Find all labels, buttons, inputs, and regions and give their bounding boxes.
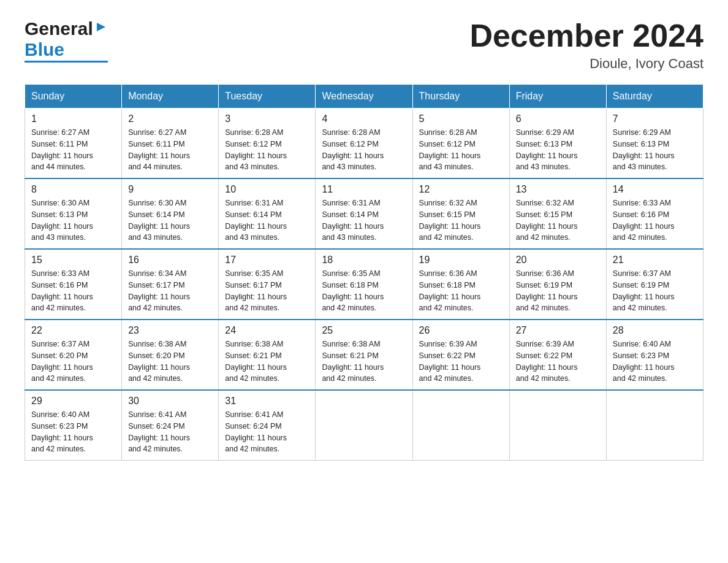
title-block: December 2024 Dioule, Ivory Coast xyxy=(469,18,703,72)
day-info: Sunrise: 6:39 AMSunset: 6:22 PMDaylight:… xyxy=(516,339,600,385)
calendar-cell: 3Sunrise: 6:28 AMSunset: 6:12 PMDaylight… xyxy=(219,109,316,179)
calendar-week-row: 29Sunrise: 6:40 AMSunset: 6:23 PMDayligh… xyxy=(25,390,703,461)
day-info: Sunrise: 6:28 AMSunset: 6:12 PMDaylight:… xyxy=(322,127,406,173)
day-info: Sunrise: 6:30 AMSunset: 6:14 PMDaylight:… xyxy=(128,197,212,243)
col-monday: Monday xyxy=(122,85,219,109)
logo-blue-text: Blue xyxy=(25,39,64,60)
calendar-table: Sunday Monday Tuesday Wednesday Thursday… xyxy=(25,84,703,461)
day-number: 6 xyxy=(516,113,600,124)
calendar-cell: 23Sunrise: 6:38 AMSunset: 6:20 PMDayligh… xyxy=(122,320,219,390)
day-number: 23 xyxy=(128,325,212,336)
day-number: 3 xyxy=(225,113,309,124)
day-number: 12 xyxy=(419,184,503,195)
calendar-cell: 5Sunrise: 6:28 AMSunset: 6:12 PMDaylight… xyxy=(412,109,509,179)
calendar-cell: 10Sunrise: 6:31 AMSunset: 6:14 PMDayligh… xyxy=(219,178,316,249)
day-info: Sunrise: 6:36 AMSunset: 6:18 PMDaylight:… xyxy=(419,268,503,314)
day-number: 1 xyxy=(31,113,115,124)
day-number: 24 xyxy=(225,325,309,336)
calendar-cell: 13Sunrise: 6:32 AMSunset: 6:15 PMDayligh… xyxy=(509,178,606,249)
day-info: Sunrise: 6:29 AMSunset: 6:13 PMDaylight:… xyxy=(613,127,697,173)
day-info: Sunrise: 6:35 AMSunset: 6:18 PMDaylight:… xyxy=(322,268,406,314)
calendar-week-row: 8Sunrise: 6:30 AMSunset: 6:13 PMDaylight… xyxy=(25,178,703,249)
day-info: Sunrise: 6:40 AMSunset: 6:23 PMDaylight:… xyxy=(613,339,697,385)
day-info: Sunrise: 6:37 AMSunset: 6:20 PMDaylight:… xyxy=(31,339,115,385)
calendar-cell xyxy=(509,390,606,461)
calendar-cell: 9Sunrise: 6:30 AMSunset: 6:14 PMDaylight… xyxy=(122,178,219,249)
day-number: 17 xyxy=(225,255,309,266)
day-number: 20 xyxy=(516,255,600,266)
day-info: Sunrise: 6:38 AMSunset: 6:20 PMDaylight:… xyxy=(128,339,212,385)
calendar-cell: 2Sunrise: 6:27 AMSunset: 6:11 PMDaylight… xyxy=(122,109,219,179)
calendar-body: 1Sunrise: 6:27 AMSunset: 6:11 PMDaylight… xyxy=(25,109,703,461)
day-info: Sunrise: 6:30 AMSunset: 6:13 PMDaylight:… xyxy=(31,197,115,243)
day-number: 18 xyxy=(322,255,406,266)
page-header: General Blue December 2024 Dioule, Ivory… xyxy=(25,18,703,72)
day-number: 9 xyxy=(128,184,212,195)
day-info: Sunrise: 6:33 AMSunset: 6:16 PMDaylight:… xyxy=(31,268,115,314)
day-info: Sunrise: 6:34 AMSunset: 6:17 PMDaylight:… xyxy=(128,268,212,314)
day-number: 21 xyxy=(613,255,697,266)
calendar-header: Sunday Monday Tuesday Wednesday Thursday… xyxy=(25,85,703,109)
calendar-week-row: 15Sunrise: 6:33 AMSunset: 6:16 PMDayligh… xyxy=(25,249,703,320)
calendar-cell: 24Sunrise: 6:38 AMSunset: 6:21 PMDayligh… xyxy=(219,320,316,390)
day-info: Sunrise: 6:27 AMSunset: 6:11 PMDaylight:… xyxy=(31,127,115,173)
day-number: 10 xyxy=(225,184,309,195)
calendar-cell: 19Sunrise: 6:36 AMSunset: 6:18 PMDayligh… xyxy=(412,249,509,320)
day-info: Sunrise: 6:31 AMSunset: 6:14 PMDaylight:… xyxy=(322,197,406,243)
day-info: Sunrise: 6:32 AMSunset: 6:15 PMDaylight:… xyxy=(516,197,600,243)
calendar-cell: 1Sunrise: 6:27 AMSunset: 6:11 PMDaylight… xyxy=(25,109,122,179)
calendar-cell: 28Sunrise: 6:40 AMSunset: 6:23 PMDayligh… xyxy=(606,320,703,390)
day-number: 4 xyxy=(322,113,406,124)
calendar-cell: 17Sunrise: 6:35 AMSunset: 6:17 PMDayligh… xyxy=(219,249,316,320)
day-info: Sunrise: 6:29 AMSunset: 6:13 PMDaylight:… xyxy=(516,127,600,173)
day-info: Sunrise: 6:38 AMSunset: 6:21 PMDaylight:… xyxy=(225,339,309,385)
calendar-week-row: 1Sunrise: 6:27 AMSunset: 6:11 PMDaylight… xyxy=(25,109,703,179)
calendar-cell: 29Sunrise: 6:40 AMSunset: 6:23 PMDayligh… xyxy=(25,390,122,461)
logo-underline xyxy=(25,61,108,63)
col-wednesday: Wednesday xyxy=(316,85,412,109)
calendar-cell: 7Sunrise: 6:29 AMSunset: 6:13 PMDaylight… xyxy=(606,109,703,179)
calendar-cell: 27Sunrise: 6:39 AMSunset: 6:22 PMDayligh… xyxy=(509,320,606,390)
day-info: Sunrise: 6:32 AMSunset: 6:15 PMDaylight:… xyxy=(419,197,503,243)
day-number: 2 xyxy=(128,113,212,124)
col-saturday: Saturday xyxy=(606,85,703,109)
calendar-cell: 31Sunrise: 6:41 AMSunset: 6:24 PMDayligh… xyxy=(219,390,316,461)
calendar-cell: 22Sunrise: 6:37 AMSunset: 6:20 PMDayligh… xyxy=(25,320,122,390)
col-friday: Friday xyxy=(509,85,606,109)
day-number: 13 xyxy=(516,184,600,195)
calendar-cell: 14Sunrise: 6:33 AMSunset: 6:16 PMDayligh… xyxy=(606,178,703,249)
logo: General Blue xyxy=(25,18,108,63)
calendar-cell xyxy=(316,390,412,461)
day-info: Sunrise: 6:37 AMSunset: 6:19 PMDaylight:… xyxy=(613,268,697,314)
day-info: Sunrise: 6:41 AMSunset: 6:24 PMDaylight:… xyxy=(225,409,309,455)
col-thursday: Thursday xyxy=(412,85,509,109)
day-number: 14 xyxy=(613,184,697,195)
day-number: 15 xyxy=(31,255,115,266)
logo-general-text: General xyxy=(25,18,93,39)
calendar-cell: 30Sunrise: 6:41 AMSunset: 6:24 PMDayligh… xyxy=(122,390,219,461)
day-number: 31 xyxy=(225,396,309,407)
day-number: 8 xyxy=(31,184,115,195)
day-number: 28 xyxy=(613,325,697,336)
day-info: Sunrise: 6:40 AMSunset: 6:23 PMDaylight:… xyxy=(31,409,115,455)
day-info: Sunrise: 6:41 AMSunset: 6:24 PMDaylight:… xyxy=(128,409,212,455)
calendar-cell xyxy=(412,390,509,461)
day-number: 5 xyxy=(419,113,503,124)
calendar-title: December 2024 xyxy=(469,18,703,53)
calendar-cell: 12Sunrise: 6:32 AMSunset: 6:15 PMDayligh… xyxy=(412,178,509,249)
calendar-cell: 18Sunrise: 6:35 AMSunset: 6:18 PMDayligh… xyxy=(316,249,412,320)
calendar-week-row: 22Sunrise: 6:37 AMSunset: 6:20 PMDayligh… xyxy=(25,320,703,390)
day-number: 30 xyxy=(128,396,212,407)
day-number: 19 xyxy=(419,255,503,266)
calendar-subtitle: Dioule, Ivory Coast xyxy=(469,56,703,72)
calendar-cell: 11Sunrise: 6:31 AMSunset: 6:14 PMDayligh… xyxy=(316,178,412,249)
day-number: 27 xyxy=(516,325,600,336)
logo-arrow-icon xyxy=(94,20,108,36)
day-info: Sunrise: 6:39 AMSunset: 6:22 PMDaylight:… xyxy=(419,339,503,385)
calendar-cell: 26Sunrise: 6:39 AMSunset: 6:22 PMDayligh… xyxy=(412,320,509,390)
col-sunday: Sunday xyxy=(25,85,122,109)
calendar-cell: 8Sunrise: 6:30 AMSunset: 6:13 PMDaylight… xyxy=(25,178,122,249)
calendar-cell: 25Sunrise: 6:38 AMSunset: 6:21 PMDayligh… xyxy=(316,320,412,390)
day-number: 7 xyxy=(613,113,697,124)
calendar-cell: 4Sunrise: 6:28 AMSunset: 6:12 PMDaylight… xyxy=(316,109,412,179)
